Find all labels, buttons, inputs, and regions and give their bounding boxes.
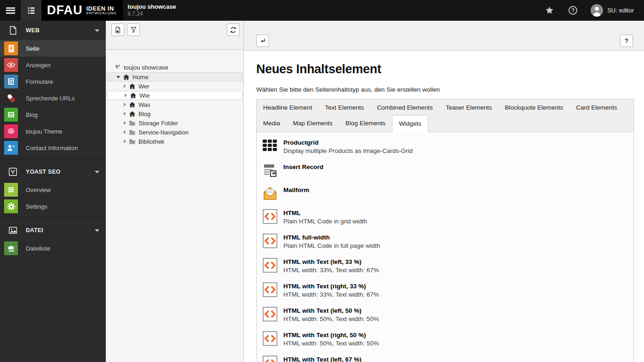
wizard-item-desc: HTML width: 33%, Text width: 67% bbox=[283, 291, 379, 298]
sidebar-item-sprechende-urls[interactable]: Sprechende URLs bbox=[0, 90, 106, 106]
sidebar-item-overview[interactable]: Overview bbox=[0, 181, 106, 198]
tab-widgets[interactable]: Widgets bbox=[392, 115, 428, 132]
help-menu-button[interactable]: ? bbox=[563, 0, 583, 21]
modgroup-yoast-seo[interactable]: YOAST SEO bbox=[0, 162, 106, 181]
folder-icon bbox=[129, 138, 136, 145]
tab-map-elements[interactable]: Map Elements bbox=[287, 115, 339, 132]
home-page-icon bbox=[129, 111, 136, 117]
wizard-item-html[interactable]: HTML Plain HTML Code in grid width bbox=[257, 205, 633, 229]
new-page-button[interactable] bbox=[111, 23, 124, 36]
html-icon bbox=[263, 282, 277, 297]
site-title: toujou showcase bbox=[127, 3, 176, 11]
menu-toggle-button[interactable] bbox=[0, 0, 21, 21]
back-button[interactable] bbox=[256, 35, 269, 47]
sidebar-item-label: Sprechende URLs bbox=[26, 95, 75, 102]
tab-headline-element[interactable]: Headline Element bbox=[257, 100, 319, 115]
sidebar-item-anzeigen[interactable]: Anzeigen bbox=[0, 57, 106, 73]
refresh-button[interactable] bbox=[227, 23, 240, 36]
filelist-icon bbox=[4, 241, 18, 255]
wizard-item-insert-record[interactable]: Insert Record bbox=[257, 159, 633, 182]
tree-node-wer[interactable]: Wer bbox=[106, 82, 243, 91]
home-page-icon bbox=[129, 101, 136, 108]
tab-blockquote-elements[interactable]: Blockquote Elements bbox=[498, 100, 569, 115]
sidebar-item-label: toujou Theme bbox=[26, 128, 62, 135]
tree-node-home[interactable]: Home bbox=[107, 72, 242, 82]
pagetree-toggle-button[interactable] bbox=[21, 0, 41, 21]
sidebar-item-settings[interactable]: Settings bbox=[0, 198, 106, 215]
logo-claim-line2: ENTWICKLUNG bbox=[86, 12, 117, 15]
bookmark-button[interactable] bbox=[539, 0, 560, 21]
filter-button[interactable] bbox=[127, 23, 140, 36]
forms-module-icon bbox=[4, 75, 18, 88]
chevron-down-icon bbox=[95, 229, 99, 232]
wizard-item-html-text-left-50[interactable]: HTML with Text (left, 50 %) HTML width: … bbox=[257, 303, 633, 327]
sidebar-item-formulare[interactable]: Formulare bbox=[0, 73, 106, 90]
file-module-icon bbox=[8, 226, 17, 235]
tab-text-elements[interactable]: Text Elements bbox=[319, 100, 371, 115]
tab-blog-elements[interactable]: Blog Elements bbox=[339, 115, 392, 132]
tree-node-was[interactable]: Was bbox=[106, 100, 243, 109]
wizard-item-title: HTML with Text (left, 33 %) bbox=[283, 258, 379, 266]
modgroup-label: WEB bbox=[26, 27, 40, 34]
sidebar-item-seite[interactable]: Seite bbox=[0, 40, 106, 57]
page-title: Neues Inhaltselement bbox=[256, 62, 633, 76]
tab-teaser-elements[interactable]: Teaser Elements bbox=[439, 100, 499, 115]
sidebar-item-label: Anzeigen bbox=[26, 62, 51, 69]
wizard-item-desc: HTML width: 50%, Text width: 50% bbox=[283, 339, 379, 347]
html-icon bbox=[263, 356, 277, 362]
tree-list-icon bbox=[27, 6, 36, 15]
tree-node-wie[interactable]: Wie bbox=[107, 91, 242, 100]
home-page-icon bbox=[130, 92, 137, 99]
wizard-item-mailform[interactable]: Mailform bbox=[257, 182, 633, 205]
dfau-logo[interactable]: DFAU IDEEN IN ENTWICKLUNG bbox=[41, 0, 123, 21]
expand-caret-icon[interactable] bbox=[124, 103, 126, 106]
collapse-caret-icon[interactable] bbox=[116, 76, 120, 78]
context-help-button[interactable]: ? bbox=[620, 35, 633, 47]
sidebar-item-contact-information[interactable]: Contact Information bbox=[0, 140, 106, 156]
sidebar-item-toujou-theme[interactable]: toujou Theme bbox=[0, 123, 106, 140]
tab-combined-elements[interactable]: Combined Elements bbox=[370, 100, 439, 115]
wizard-item-html-text-right-33[interactable]: HTML with Text (right, 33 %) HTML width:… bbox=[257, 278, 633, 303]
avatar bbox=[591, 4, 603, 17]
tree-node-bibliothek[interactable]: Bibliothek bbox=[106, 137, 243, 146]
expand-caret-icon[interactable] bbox=[124, 84, 126, 88]
expand-caret-icon[interactable] bbox=[124, 130, 126, 134]
wizard-item-title: HTML with Text (right, 50 %) bbox=[283, 331, 379, 339]
tree-node-label: Wie bbox=[139, 92, 150, 99]
typo3-logo-icon bbox=[114, 64, 121, 71]
tab-card-elements[interactable]: Card Elements bbox=[569, 100, 623, 115]
html-icon bbox=[263, 258, 277, 273]
modgroup-datei[interactable]: DATEI bbox=[0, 221, 106, 240]
expand-caret-icon[interactable] bbox=[124, 112, 126, 116]
modgroup-web[interactable]: WEB bbox=[0, 21, 106, 40]
wizard-item-html-text-left-33[interactable]: HTML with Text (left, 33 %) HTML width: … bbox=[257, 254, 633, 278]
tree-node-service-navigation[interactable]: Service-Navigation bbox=[106, 128, 243, 137]
wizard-item-title: HTML bbox=[283, 209, 367, 217]
pill-icon bbox=[4, 91, 18, 105]
wizard-item-list: Productgrid Display multiple Products as… bbox=[256, 132, 634, 362]
hamburger-icon bbox=[6, 7, 15, 14]
sidebar-item-blog[interactable]: Blog bbox=[0, 106, 106, 123]
folder-icon bbox=[129, 129, 136, 136]
module-menu: WEB Seite Anzeigen bbox=[0, 21, 106, 362]
html-icon bbox=[263, 209, 277, 224]
sidebar-item-dateiliste[interactable]: Dateiliste bbox=[0, 240, 106, 257]
tree-node-storage-folder[interactable]: Storage Folder bbox=[106, 118, 243, 128]
sidebar-item-label: Settings bbox=[26, 203, 47, 210]
sidebar-item-label: Blog bbox=[26, 111, 38, 118]
wizard-item-html-text-left-67[interactable]: HTML with Text (left, 67 %) HTML width: … bbox=[257, 351, 633, 362]
user-menu[interactable]: SU: editor bbox=[586, 4, 636, 17]
tree-node-label: Home bbox=[132, 74, 149, 81]
expand-caret-icon[interactable] bbox=[125, 93, 127, 97]
expand-caret-icon[interactable] bbox=[124, 121, 126, 125]
wizard-item-productgrid[interactable]: Productgrid Display multiple Products as… bbox=[257, 134, 633, 159]
tree-node-blog[interactable]: Blog bbox=[106, 109, 243, 118]
wizard-item-html-full-width[interactable]: HTML full-width Plain HTML Code in full … bbox=[257, 229, 633, 254]
yoast-module-icon bbox=[8, 167, 17, 176]
pagetree: toujou showcase Home Wer Wie bbox=[106, 50, 243, 146]
wizard-item-html-text-right-50[interactable]: HTML with Text (right, 50 %) HTML width:… bbox=[257, 327, 633, 351]
expand-caret-icon[interactable] bbox=[124, 140, 126, 143]
wizard-item-title: Productgrid bbox=[283, 139, 413, 146]
tab-media[interactable]: Media bbox=[257, 115, 287, 132]
tree-root[interactable]: toujou showcase bbox=[106, 62, 243, 72]
